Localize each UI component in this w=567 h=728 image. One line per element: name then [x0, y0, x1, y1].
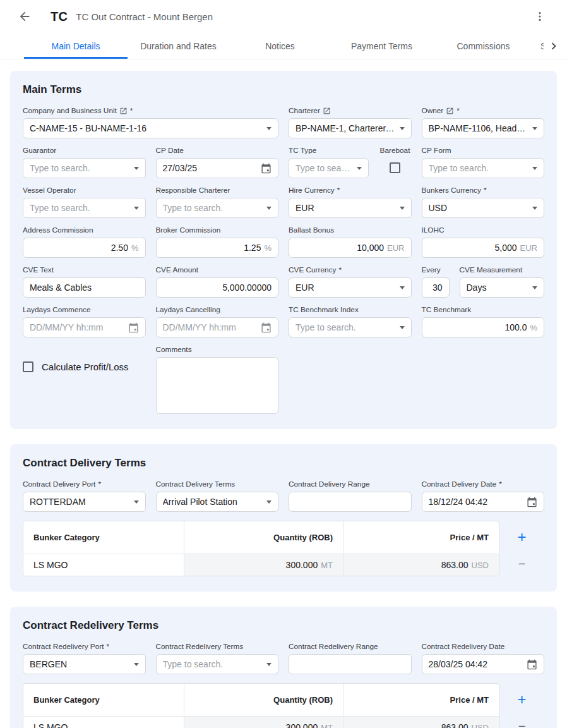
- comments-textarea[interactable]: [156, 357, 279, 414]
- price-cell[interactable]: 863.00USD: [343, 554, 499, 576]
- calendar-icon[interactable]: [527, 659, 537, 670]
- field-label: Laydays Cancelling: [156, 305, 220, 314]
- calendar-icon[interactable]: [527, 497, 537, 507]
- plus-icon: +: [517, 528, 526, 546]
- tab-notices[interactable]: Notices: [229, 33, 331, 59]
- contract-redelivery-terms-select[interactable]: Type to search.: [156, 654, 279, 674]
- field-label: CP Form: [422, 146, 451, 155]
- tc-benchmark-input[interactable]: 100.0%: [422, 317, 545, 337]
- redelivery-bunker-table: Bunker Category Quantity (ROB) Price / M…: [23, 683, 499, 728]
- field-label: Vessel Operator: [23, 186, 76, 195]
- contract-delivery-port-select[interactable]: ROTTERDAM: [23, 492, 146, 512]
- field-charterer: Charterer BP-NAME-1, Charterer, …: [289, 106, 412, 138]
- tab-main-details[interactable]: Main Details: [24, 33, 128, 59]
- minus-icon: −: [518, 557, 526, 571]
- contract-redelivery-date-input[interactable]: 28/03/25 04:42: [422, 654, 545, 674]
- unit-suffix: %: [264, 243, 272, 253]
- cve-amount-input[interactable]: 5,000.00000: [156, 277, 279, 298]
- cp-form-select[interactable]: Type to search.: [422, 158, 545, 178]
- charterer-select[interactable]: BP-NAME-1, Charterer, …: [289, 118, 412, 138]
- contract-delivery-date-input[interactable]: 18/12/24 04:42: [422, 492, 545, 512]
- quantity-cell[interactable]: 300.000MT: [184, 554, 343, 576]
- open-in-new-icon[interactable]: [119, 107, 128, 115]
- field-laydays-commence: Laydays Commence DD/MM/YY hh:mm: [23, 305, 146, 337]
- cve-currency-select[interactable]: EUR: [289, 277, 412, 298]
- form-row: Contract Redelivery Port* BERGEN Contrac…: [23, 642, 544, 674]
- field-contract-delivery-date: Contract Delivery Date* 18/12/24 04:42: [422, 480, 545, 512]
- bunkers-currency-select[interactable]: USD: [422, 198, 545, 218]
- tab-duration-and-rates[interactable]: Duration and Rates: [128, 33, 229, 59]
- unit-suffix: %: [530, 323, 537, 332]
- unit-suffix: USD: [472, 723, 489, 728]
- contract-redelivery-port-select[interactable]: BERGEN: [23, 654, 146, 674]
- add-row-button[interactable]: +: [513, 521, 532, 553]
- quantity-cell[interactable]: 300.000MT: [184, 717, 343, 728]
- col-header-price-mt: Price / MT: [343, 684, 499, 716]
- field-contract-redelivery-range: Contract Redelivery Range: [289, 642, 412, 674]
- guarantor-select[interactable]: Type to search.: [23, 158, 146, 178]
- price-cell[interactable]: 863.00USD: [343, 717, 499, 728]
- contract-delivery-terms-select[interactable]: Arrival Pilot Station: [156, 492, 279, 512]
- calendar-icon[interactable]: [261, 322, 272, 333]
- address-commission-input[interactable]: 2.50%: [23, 238, 146, 258]
- caret-down-icon: [532, 127, 537, 130]
- bunker-category-cell[interactable]: LS MGO: [23, 554, 184, 576]
- remove-row-button[interactable]: −: [513, 553, 532, 574]
- field-broker-commission: Broker Commission 1.25%: [156, 226, 279, 258]
- calendar-icon[interactable]: [128, 322, 139, 333]
- unit-suffix: MT: [321, 561, 333, 570]
- caret-down-icon: [266, 500, 272, 504]
- caret-down-icon: [266, 663, 272, 666]
- form-row: Contract Delivery Port* ROTTERDAM Contra…: [23, 480, 544, 512]
- field-cp-date: CP Date 27/03/25: [156, 146, 279, 178]
- contract-redelivery-range-input[interactable]: [289, 654, 412, 674]
- cve-text-input[interactable]: Meals & Cables: [23, 277, 146, 298]
- owner-select[interactable]: BP-NAME-1106, Head …: [422, 118, 545, 138]
- tab-commissions[interactable]: Commissions: [433, 33, 534, 59]
- every-input[interactable]: 30: [422, 277, 450, 298]
- bunker-category-cell[interactable]: LS MGO: [23, 717, 184, 728]
- company-business-unit-select[interactable]: C-NAME-15 - BU-NAME-1-16: [23, 118, 278, 138]
- ilohc-input[interactable]: 5,000EUR: [422, 238, 545, 258]
- field-ballast-bonus: Ballast Bonus 10,000EUR: [289, 226, 412, 258]
- broker-commission-input[interactable]: 1.25%: [156, 238, 279, 258]
- delivery-bunker-table: Bunker Category Quantity (ROB) Price / M…: [23, 521, 499, 576]
- section-title: Contract Redelivery Terms: [23, 619, 544, 632]
- open-in-new-icon[interactable]: [323, 107, 331, 115]
- field-contract-delivery-range: Contract Delivery Range: [289, 480, 412, 512]
- tabs-scroll-next-button[interactable]: [544, 33, 564, 59]
- field-label: CVE Text: [23, 265, 54, 274]
- caret-down-icon: [266, 207, 272, 210]
- cp-date-input[interactable]: 27/03/25: [156, 158, 279, 178]
- calculate-profit-loss-checkbox[interactable]: [23, 361, 33, 372]
- remove-row-button[interactable]: −: [513, 715, 532, 728]
- field-owner: Owner* BP-NAME-1106, Head …: [422, 106, 545, 138]
- cve-measurement-select[interactable]: Days: [460, 277, 545, 298]
- laydays-commence-input[interactable]: DD/MM/YY hh:mm: [23, 317, 146, 337]
- field-contract-redelivery-port: Contract Redelivery Port* BERGEN: [23, 642, 146, 674]
- tab-payment-terms[interactable]: Payment Terms: [331, 33, 433, 59]
- add-row-button[interactable]: +: [513, 683, 532, 715]
- tc-benchmark-index-select[interactable]: Type to search.: [289, 317, 412, 337]
- field-responsible-charterer: Responsible Charterer Type to search.: [156, 186, 279, 218]
- back-button[interactable]: [16, 8, 33, 25]
- caret-down-icon: [357, 167, 362, 170]
- vessel-operator-select[interactable]: Type to search.: [23, 198, 146, 218]
- required-asterisk: *: [457, 106, 460, 115]
- field-label: Contract Delivery Terms: [156, 480, 236, 488]
- calendar-icon[interactable]: [261, 163, 272, 174]
- table-row: LS MGO 300.000MT 863.00USD: [23, 716, 499, 728]
- tc-type-select[interactable]: Type to sea…: [289, 158, 369, 178]
- more-options-button[interactable]: [532, 8, 548, 25]
- tc-type-bareboat-group: TC Type Type to sea… Bareboat: [289, 146, 412, 178]
- bareboat-checkbox[interactable]: [390, 162, 400, 173]
- field-laydays-cancelling: Laydays Cancelling DD/MM/YY hh:mm: [156, 305, 279, 337]
- ballast-bonus-input[interactable]: 10,000EUR: [289, 238, 412, 258]
- open-in-new-icon[interactable]: [446, 107, 454, 115]
- laydays-cancelling-input[interactable]: DD/MM/YY hh:mm: [156, 317, 279, 337]
- hire-currency-select[interactable]: EUR: [289, 198, 412, 218]
- contract-delivery-range-input[interactable]: [289, 492, 412, 512]
- field-label: TC Type: [289, 146, 316, 155]
- field-label: CVE Amount: [156, 265, 199, 274]
- responsible-charterer-select[interactable]: Type to search.: [156, 198, 279, 218]
